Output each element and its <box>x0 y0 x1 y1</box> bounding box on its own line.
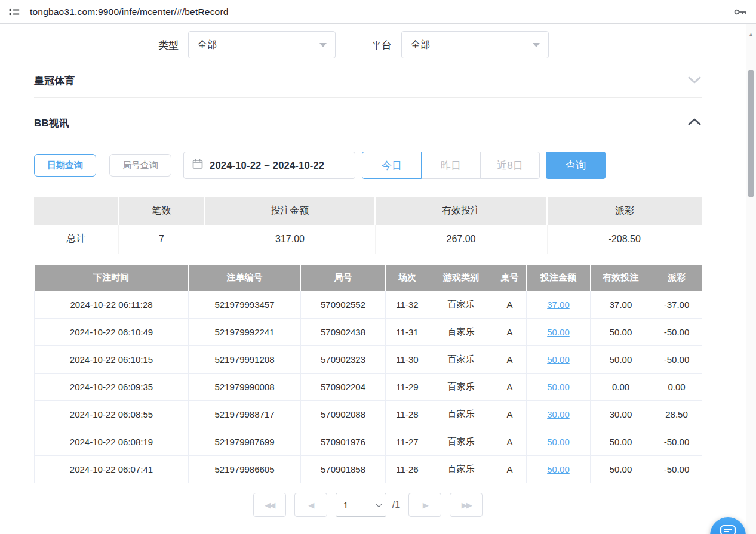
table-row: 2024-10-22 06:08:55 521979988717 5709020… <box>35 401 702 428</box>
session-cell: 11-27 <box>386 428 429 456</box>
key-icon[interactable] <box>733 7 748 17</box>
round-id-cell: 570902552 <box>301 291 386 319</box>
chevron-down-icon <box>376 501 382 507</box>
chevron-up-icon[interactable] <box>687 118 702 128</box>
type-label: 类型 <box>158 38 179 52</box>
table-row: 2024-10-22 06:07:41 521979986605 5709018… <box>35 456 702 483</box>
bet-time-cell: 2024-10-22 06:08:55 <box>35 401 189 428</box>
table-header-row: 下注时间 注单编号 局号 场次 游戏类别 桌号 投注金额 有效投注 派彩 <box>35 265 702 291</box>
bet-time-cell: 2024-10-22 06:10:15 <box>35 346 189 374</box>
table-no-cell: A <box>493 346 527 374</box>
yesterday-button[interactable]: 昨日 <box>421 152 481 179</box>
table-no-cell: A <box>493 291 527 319</box>
search-button[interactable]: 查询 <box>546 152 606 179</box>
header-bet-time: 下注时间 <box>35 265 189 291</box>
last-page-button[interactable]: ▶▶ <box>450 493 483 517</box>
page-select[interactable]: 1 <box>336 493 386 517</box>
page-total: /1 <box>392 499 400 510</box>
platform-label: 平台 <box>371 38 392 52</box>
bet-record-page: 类型 全部 平台 全部 皇冠体育 BB视讯 日期查询 局号查询 <box>34 31 702 517</box>
query-toolbar: 日期查询 局号查询 2024-10-22 ~ 2024-10-22 今日 昨日 … <box>34 152 702 179</box>
game-type-cell: 百家乐 <box>429 456 493 483</box>
prev-page-button[interactable]: ◀ <box>294 493 327 517</box>
date-range-value: 2024-10-22 ~ 2024-10-22 <box>210 160 324 171</box>
round-id-cell: 570901976 <box>301 428 386 456</box>
bet-amount-link[interactable]: 50.00 <box>547 327 570 337</box>
bet-amount-link[interactable]: 50.00 <box>547 437 570 447</box>
bet-id-cell: 521979990008 <box>189 374 301 401</box>
round-id-cell: 570902438 <box>301 319 386 346</box>
chevron-down-icon[interactable] <box>687 76 702 87</box>
bet-id-cell: 521979992241 <box>189 319 301 346</box>
table-row: 2024-10-22 06:09:35 521979990008 5709022… <box>35 374 702 401</box>
header-session: 场次 <box>386 265 429 291</box>
session-cell: 11-32 <box>386 291 429 319</box>
bet-time-cell: 2024-10-22 06:07:41 <box>35 456 189 483</box>
valid-bet-cell: 37.00 <box>591 291 651 319</box>
pagination: ◀◀ ◀ 1 /1 ▶ ▶▶ <box>34 493 702 517</box>
url-text[interactable]: tongbao31.com:9900/infe/mcenter/#/betRec… <box>30 7 733 17</box>
game-type-cell: 百家乐 <box>429 319 493 346</box>
date-query-button[interactable]: 日期查询 <box>34 154 96 177</box>
today-button[interactable]: 今日 <box>362 152 422 179</box>
valid-bet-cell: 0.00 <box>591 374 651 401</box>
bet-amount-link[interactable]: 50.00 <box>547 382 570 392</box>
bet-id-cell: 521979988717 <box>189 401 301 428</box>
summary-header-blank <box>34 197 118 225</box>
next-page-button[interactable]: ▶ <box>408 493 441 517</box>
table-no-cell: A <box>493 374 527 401</box>
session-cell: 11-28 <box>386 401 429 428</box>
round-id-cell: 570902204 <box>301 374 386 401</box>
list-icon[interactable] <box>8 7 20 17</box>
bet-amount-link[interactable]: 37.00 <box>547 300 570 310</box>
header-payout: 派彩 <box>651 265 702 291</box>
bet-time-cell: 2024-10-22 06:08:19 <box>35 428 189 456</box>
summary-table: 笔数 投注金额 有效投注 派彩 总计 7 317.00 267.00 -208.… <box>34 197 702 254</box>
bet-id-cell: 521979986605 <box>189 456 301 483</box>
filter-row: 类型 全部 平台 全部 <box>34 31 702 58</box>
game-type-cell: 百家乐 <box>429 374 493 401</box>
summary-header-row: 笔数 投注金额 有效投注 派彩 <box>34 197 702 225</box>
customer-service-chat-icon[interactable] <box>710 517 746 534</box>
bet-id-cell: 521979987699 <box>189 428 301 456</box>
payout-cell: 0.00 <box>651 374 702 401</box>
scrollbar-thumb[interactable] <box>748 70 754 197</box>
table-row: 2024-10-22 06:08:19 521979987699 5709019… <box>35 428 702 456</box>
payout-cell: -50.00 <box>651 346 702 374</box>
game-type-cell: 百家乐 <box>429 346 493 374</box>
bet-amount-link[interactable]: 50.00 <box>547 354 570 365</box>
table-no-cell: A <box>493 428 527 456</box>
bet-time-cell: 2024-10-22 06:09:35 <box>35 374 189 401</box>
bet-time-cell: 2024-10-22 06:11:28 <box>35 291 189 319</box>
date-range-input[interactable]: 2024-10-22 ~ 2024-10-22 <box>183 152 355 179</box>
scrollbar-track[interactable]: ▲ <box>746 24 756 534</box>
bet-amount-link[interactable]: 30.00 <box>547 409 570 419</box>
valid-bet-cell: 50.00 <box>591 456 651 483</box>
platform-select[interactable]: 全部 <box>401 31 549 58</box>
round-query-button[interactable]: 局号查询 <box>109 154 171 177</box>
header-game-type: 游戏类别 <box>429 265 493 291</box>
table-row: 2024-10-22 06:10:49 521979992241 5709024… <box>35 319 702 346</box>
header-table-no: 桌号 <box>493 265 527 291</box>
summary-header-count: 笔数 <box>118 197 205 225</box>
chevron-down-icon <box>533 43 540 47</box>
section-bb-video[interactable]: BB视讯 <box>34 106 702 140</box>
type-select[interactable]: 全部 <box>188 31 336 58</box>
summary-header-bet: 投注金额 <box>205 197 375 225</box>
page-select-value: 1 <box>343 500 348 510</box>
summary-total-row: 总计 7 317.00 267.00 -208.50 <box>34 225 702 254</box>
bet-amount-link[interactable]: 50.00 <box>547 464 570 474</box>
first-page-button[interactable]: ◀◀ <box>253 493 286 517</box>
game-type-cell: 百家乐 <box>429 428 493 456</box>
bet-records-table: 下注时间 注单编号 局号 场次 游戏类别 桌号 投注金额 有效投注 派彩 202… <box>34 265 702 484</box>
section-crown-sports[interactable]: 皇冠体育 <box>34 64 702 98</box>
bet-id-cell: 521979993457 <box>189 291 301 319</box>
table-no-cell: A <box>493 456 527 483</box>
table-no-cell: A <box>493 319 527 346</box>
summary-header-payout: 派彩 <box>547 197 702 225</box>
game-type-cell: 百家乐 <box>429 401 493 428</box>
scroll-up-arrow[interactable]: ▲ <box>746 29 756 39</box>
recent8-button[interactable]: 近8日 <box>480 152 540 179</box>
header-bet-amount: 投注金额 <box>527 265 591 291</box>
header-round-id: 局号 <box>301 265 386 291</box>
